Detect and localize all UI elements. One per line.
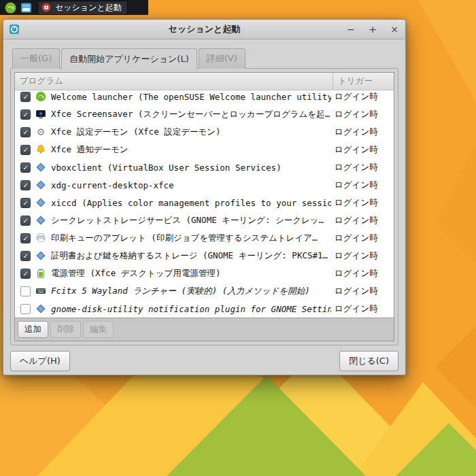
list-item[interactable]: gnome-disk-utility notification plugin f… bbox=[15, 300, 394, 318]
row-trigger-value: ログイン時 bbox=[331, 303, 391, 315]
diamond-icon bbox=[35, 303, 46, 314]
list-item[interactable]: Fcitx 5 Wayland ランチャー (実験的) (入力メソッドを開始)ロ… bbox=[15, 282, 394, 300]
tab-general[interactable]: 一般(G) bbox=[12, 48, 60, 69]
list-item[interactable]: ✓vboxclient (VirtualBox User Session Ser… bbox=[15, 158, 394, 176]
list-item[interactable]: ✓シークレットストレージサービス (GNOME キーリング: シークレッ…ログイ… bbox=[15, 211, 394, 229]
printer-icon bbox=[35, 233, 46, 243]
diamond-icon bbox=[35, 197, 46, 208]
list-item[interactable]: ✓証明書および鍵を格納するストレージ (GNOME キーリング: PKCS#1…… bbox=[15, 247, 394, 265]
close-icon[interactable]: × bbox=[389, 20, 400, 38]
add-button[interactable]: 追加 bbox=[18, 321, 48, 338]
row-trigger-value: ログイン時 bbox=[331, 268, 391, 279]
remove-button[interactable]: 削除 bbox=[50, 321, 81, 338]
row-program-label: Xfce 通知デーモン bbox=[51, 144, 331, 156]
row-program-label: Fcitx 5 Wayland ランチャー (実験的) (入力メソッドを開始) bbox=[51, 286, 331, 297]
row-program-label: 印刷キューのアプレット (印刷ジョブを管理するシステムトレイア… bbox=[51, 233, 331, 244]
maximize-button[interactable]: + bbox=[367, 20, 378, 38]
screensaver-icon bbox=[35, 109, 46, 120]
row-program-label: gnome-disk-utility notification plugin f… bbox=[51, 304, 331, 314]
row-program-label: vboxclient (VirtualBox User Session Serv… bbox=[51, 163, 331, 173]
opensuse-icon bbox=[35, 91, 46, 102]
row-checkbox[interactable]: ✓ bbox=[20, 198, 31, 208]
autostart-list[interactable]: ✓Welcome launcher (The openSUSE Welcome … bbox=[15, 90, 394, 318]
row-checkbox[interactable]: ✓ bbox=[20, 127, 31, 137]
minimize-button[interactable]: − bbox=[345, 20, 356, 38]
row-checkbox[interactable]: ✓ bbox=[20, 269, 31, 279]
help-button[interactable]: ヘルプ(H) bbox=[10, 351, 70, 371]
titlebar[interactable]: セッションと起動 − + × bbox=[3, 20, 405, 39]
session-window-icon bbox=[9, 24, 20, 35]
list-item[interactable]: ✓Xfce Screensaver (スクリーンセーバーとロッカープログラムを起… bbox=[15, 105, 394, 123]
row-trigger-value: ログイン時 bbox=[331, 197, 391, 209]
autostart-table: プログラム トリガー ✓Welcome launcher (The openSU… bbox=[14, 72, 394, 318]
row-trigger-value: ログイン時 bbox=[331, 250, 391, 262]
bell-icon bbox=[35, 144, 46, 155]
row-program-label: 証明書および鍵を格納するストレージ (GNOME キーリング: PKCS#1… bbox=[51, 250, 331, 262]
row-program-label: xiccd (Applies color management profiles… bbox=[51, 198, 331, 208]
battery-icon bbox=[35, 268, 46, 279]
list-item[interactable]: ✓xiccd (Applies color management profile… bbox=[15, 194, 394, 211]
row-trigger-value: ログイン時 bbox=[331, 215, 391, 226]
top-panel: セッションと起動 bbox=[0, 0, 148, 15]
row-program-label: Xfce Screensaver (スクリーンセーバーとロッカープログラムを起… bbox=[51, 109, 331, 120]
autostart-tab-page: プログラム トリガー ✓Welcome launcher (The openSU… bbox=[10, 68, 398, 345]
list-item[interactable]: ✓⚙Xfce 設定デーモン (Xfce 設定デーモン)ログイン時 bbox=[15, 123, 394, 141]
tab-bar: 一般(G) 自動開始アプリケーション(L) 詳細(V) bbox=[10, 48, 398, 68]
row-trigger-value: ログイン時 bbox=[331, 91, 391, 103]
column-header-trigger[interactable]: トリガー bbox=[333, 73, 394, 90]
row-checkbox[interactable]: ✓ bbox=[20, 145, 31, 155]
close-button[interactable]: 閉じる(C) bbox=[339, 351, 398, 371]
list-item[interactable]: ✓Xfce 通知デーモンログイン時 bbox=[15, 141, 394, 158]
row-trigger-value: ログイン時 bbox=[331, 286, 391, 297]
row-program-label: Xfce 設定デーモン (Xfce 設定デーモン) bbox=[51, 126, 331, 138]
row-checkbox[interactable]: ✓ bbox=[20, 180, 31, 190]
table-header: プログラム トリガー bbox=[15, 73, 394, 90]
red-app-icon bbox=[41, 3, 51, 12]
keyboard-icon bbox=[35, 286, 46, 296]
row-trigger-value: ログイン時 bbox=[331, 144, 391, 156]
row-checkbox[interactable]: ✓ bbox=[20, 163, 31, 173]
row-trigger-value: ログイン時 bbox=[331, 126, 391, 138]
dialog-content: 一般(G) 自動開始アプリケーション(L) 詳細(V) プログラム トリガー ✓… bbox=[3, 39, 405, 375]
row-trigger-value: ログイン時 bbox=[331, 162, 391, 173]
taskbar-window-button[interactable]: セッションと起動 bbox=[37, 1, 128, 15]
list-item[interactable]: ✓印刷キューのアプレット (印刷ジョブを管理するシステムトレイア…ログイン時 bbox=[15, 229, 394, 247]
edit-button[interactable]: 編集 bbox=[83, 321, 114, 338]
row-program-label: xdg-current-desktop-xfce bbox=[51, 180, 331, 190]
taskbar-window-title: セッションと起動 bbox=[55, 2, 122, 14]
row-checkbox[interactable]: ✓ bbox=[20, 216, 31, 226]
diamond-icon bbox=[35, 180, 46, 190]
row-checkbox[interactable] bbox=[20, 304, 31, 314]
row-trigger-value: ログイン時 bbox=[331, 180, 391, 191]
dialog-footer: ヘルプ(H) 閉じる(C) bbox=[10, 345, 398, 371]
diamond-icon bbox=[35, 215, 46, 226]
row-trigger-value: ログイン時 bbox=[331, 233, 391, 244]
row-program-label: Welcome launcher (The openSUSE Welcome l… bbox=[51, 92, 331, 102]
session-and-startup-dialog: セッションと起動 − + × 一般(G) 自動開始アプリケーション(L) 詳細(… bbox=[3, 19, 406, 375]
row-program-label: シークレットストレージサービス (GNOME キーリング: シークレッ… bbox=[51, 215, 331, 226]
row-trigger-value: ログイン時 bbox=[331, 109, 391, 120]
column-header-program[interactable]: プログラム bbox=[15, 73, 333, 90]
list-item[interactable]: ✓xdg-current-desktop-xfceログイン時 bbox=[15, 176, 394, 194]
list-action-bar: 追加 削除 編集 bbox=[14, 318, 394, 341]
diamond-icon bbox=[35, 162, 46, 173]
list-item[interactable]: ✓電源管理 (Xfce デスクトップ用電源管理)ログイン時 bbox=[15, 265, 394, 282]
blue-app-icon[interactable] bbox=[20, 2, 32, 14]
row-checkbox[interactable]: ✓ bbox=[20, 92, 31, 102]
row-program-label: 電源管理 (Xfce デスクトップ用電源管理) bbox=[51, 268, 331, 279]
list-item[interactable]: ✓Welcome launcher (The openSUSE Welcome … bbox=[15, 90, 394, 105]
row-checkbox[interactable]: ✓ bbox=[20, 233, 31, 243]
row-checkbox[interactable] bbox=[20, 286, 31, 296]
tab-autostart-applications[interactable]: 自動開始アプリケーション(L) bbox=[61, 48, 197, 69]
gear-icon: ⚙ bbox=[35, 126, 46, 137]
row-checkbox[interactable]: ✓ bbox=[20, 109, 31, 120]
opensuse-logo-icon[interactable] bbox=[5, 2, 16, 14]
row-checkbox[interactable]: ✓ bbox=[20, 251, 31, 261]
tab-advanced[interactable]: 詳細(V) bbox=[199, 48, 245, 69]
diamond-icon bbox=[35, 250, 46, 261]
